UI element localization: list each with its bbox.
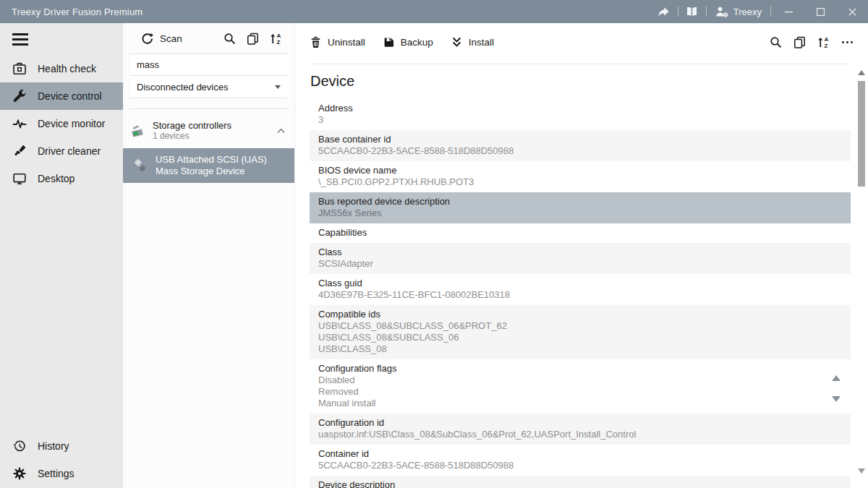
- menu-icon[interactable]: [12, 30, 28, 48]
- book-icon[interactable]: [680, 0, 705, 23]
- account-button[interactable]: Treexy: [708, 6, 769, 18]
- monitor-icon: [12, 171, 27, 186]
- chevron-up-icon[interactable]: [277, 128, 285, 134]
- property-row[interactable]: Class guid 4D36E97B-E325-11CE-BFC1-08002…: [310, 274, 851, 305]
- property-row[interactable]: Base container id 5CCAACB0-22B3-5ACE-858…: [310, 130, 851, 161]
- sort-az-icon[interactable]: A Z: [270, 33, 282, 45]
- history-clock-icon: [12, 439, 27, 453]
- property-row[interactable]: Capabilities: [310, 223, 851, 243]
- close-button[interactable]: [836, 0, 868, 23]
- scroll-up-icon[interactable]: [858, 70, 865, 75]
- refresh-icon: [141, 33, 153, 45]
- scrollbar[interactable]: [857, 65, 866, 488]
- titlebar-separator: [678, 7, 678, 17]
- property-row[interactable]: Device description: [310, 476, 851, 488]
- property-values: SCSIAdapter: [318, 258, 842, 270]
- details-toolbar: Uninstall Backup Install: [295, 23, 868, 61]
- property-row[interactable]: Compatible ids USB\CLASS_08&SUBCLASS_06&…: [310, 305, 851, 359]
- property-values: DisabledRemovedManual install: [318, 374, 842, 409]
- sidebar-item-label: Health check: [38, 63, 96, 74]
- brush-icon: [12, 144, 27, 158]
- property-label: Class guid: [318, 278, 842, 289]
- property-label: Class: [318, 247, 842, 258]
- svg-text:Z: Z: [276, 39, 280, 45]
- svg-text:Z: Z: [824, 43, 827, 48]
- property-row[interactable]: Configuration id uaspstor.inf:USB\Class_…: [310, 414, 851, 445]
- device-list-item-selected[interactable]: USB Attached SCSI (UAS) Mass Storage Dev…: [123, 148, 294, 183]
- sidebar-item-driver-cleaner[interactable]: Driver cleaner: [0, 137, 123, 165]
- property-row[interactable]: Address 3: [310, 99, 851, 130]
- uninstall-button[interactable]: Uninstall: [310, 36, 365, 48]
- sidebar-item-label: Device monitor: [38, 118, 105, 129]
- property-value: Removed: [318, 386, 842, 398]
- search-input[interactable]: mass: [130, 53, 287, 76]
- sidebar-item-label: Device control: [38, 90, 102, 102]
- search-icon[interactable]: [224, 33, 236, 45]
- uninstall-label: Uninstall: [328, 37, 365, 48]
- share-icon[interactable]: [652, 0, 676, 23]
- details-section: Device Address 3 Base container id 5CCAA…: [310, 64, 851, 488]
- property-row[interactable]: Container id 5CCAACB0-22B3-5ACE-8588-518…: [310, 445, 851, 476]
- filter-dropdown[interactable]: Disconnected devices: [130, 76, 287, 98]
- maximize-button[interactable]: [804, 0, 836, 23]
- scroll-down-icon[interactable]: [858, 468, 865, 474]
- ellipsis-icon[interactable]: [841, 36, 854, 48]
- storage-controllers-icon: [129, 122, 146, 140]
- property-values: 5CCAACB0-22B3-5ACE-8588-518D88D50988: [318, 460, 842, 471]
- sidebar-item-label: Driver cleaner: [38, 145, 101, 157]
- sidebar-item-desktop[interactable]: Desktop: [0, 165, 123, 192]
- install-label: Install: [469, 37, 494, 48]
- property-value: 5CCAACB0-22B3-5ACE-8588-518D88D50988: [318, 145, 842, 157]
- sidebar-item-device-control[interactable]: Device control: [0, 82, 123, 110]
- property-value: 4D36E97B-E325-11CE-BFC1-08002BE10318: [318, 289, 842, 301]
- property-row[interactable]: Configuration flags DisabledRemovedManua…: [310, 359, 851, 414]
- search-value: mass: [137, 59, 159, 70]
- copy-icon[interactable]: [247, 33, 259, 45]
- property-label: Configuration flags: [318, 363, 842, 374]
- property-values: JMS56x Series: [318, 207, 842, 219]
- account-name: Treexy: [733, 7, 762, 17]
- sort-az-icon[interactable]: A Z: [817, 36, 830, 48]
- sidebar-item-label: Desktop: [38, 173, 75, 184]
- titlebar-separator: [770, 7, 771, 17]
- chevron-down-icon: [275, 85, 281, 89]
- sidebar-item-health-check[interactable]: Health check: [0, 55, 123, 82]
- property-value: JMS56x Series: [318, 207, 842, 219]
- install-button[interactable]: Install: [451, 36, 494, 48]
- property-value: Disabled: [318, 374, 842, 386]
- property-values: uaspstor.inf:USB\Class_08&SubClass_06&Pr…: [318, 429, 842, 440]
- device-details-panel: Uninstall Backup Install: [295, 23, 868, 488]
- search-icon[interactable]: [770, 36, 782, 48]
- window-title: Treexy Driver Fusion Premium: [0, 7, 142, 17]
- scan-button[interactable]: Scan: [141, 33, 182, 45]
- property-row[interactable]: BIOS device name \_SB.PCI0.GPP2.PTXH.RHU…: [310, 161, 851, 192]
- property-label: BIOS device name: [318, 165, 842, 176]
- details-heading: Device: [310, 64, 851, 90]
- property-value: Manual install: [318, 398, 842, 409]
- minimize-button[interactable]: [773, 0, 804, 23]
- property-label: Device description: [318, 479, 842, 488]
- sidebar-item-label: History: [38, 440, 69, 452]
- device-name: USB Attached SCSI (UAS) Mass Storage Dev…: [156, 154, 280, 177]
- property-value: uaspstor.inf:USB\Class_08&SubClass_06&Pr…: [318, 429, 842, 440]
- device-group-header[interactable]: Storage controllers 1 devices: [123, 116, 294, 146]
- property-label: Configuration id: [318, 417, 842, 429]
- property-label: Capabilities: [318, 227, 842, 239]
- sidebar-item-settings[interactable]: Settings: [0, 460, 123, 487]
- property-list: Address 3 Base container id 5CCAACB0-22B…: [310, 99, 851, 488]
- move-up-icon[interactable]: [832, 375, 841, 381]
- move-down-icon[interactable]: [832, 396, 841, 402]
- backup-label: Backup: [401, 37, 433, 48]
- sidebar-item-history[interactable]: History: [0, 432, 123, 460]
- property-value: \_SB.PCI0.GPP2.PTXH.RHUB.POT3: [318, 176, 842, 188]
- property-label: Container id: [318, 448, 842, 460]
- sidebar-item-device-monitor[interactable]: Device monitor: [0, 110, 123, 137]
- group-title: Storage controllers: [153, 120, 231, 131]
- copy-icon[interactable]: [793, 36, 806, 48]
- scrollbar-thumb[interactable]: [858, 81, 865, 187]
- property-label: Bus reported device description: [318, 196, 842, 207]
- backup-button[interactable]: Backup: [383, 36, 433, 48]
- property-row[interactable]: Bus reported device description JMS56x S…: [310, 192, 851, 223]
- property-row[interactable]: Class SCSIAdapter: [310, 243, 851, 274]
- property-value: USB\CLASS_08&SUBCLASS_06&PROT_62: [318, 320, 842, 332]
